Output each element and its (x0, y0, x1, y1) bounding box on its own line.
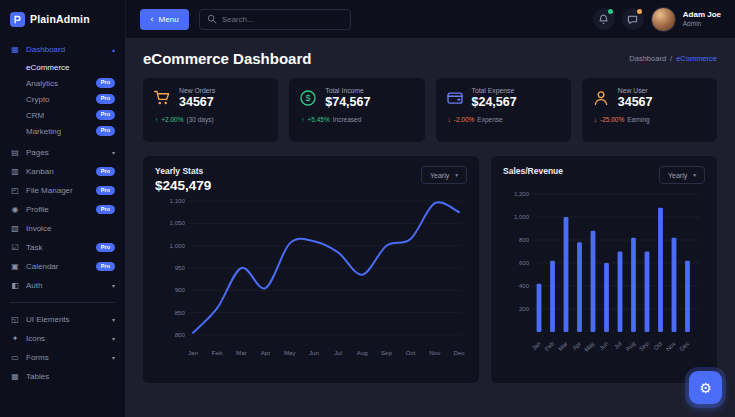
sales-revenue-title: Sales/Revenue (503, 166, 563, 176)
menu-button[interactable]: ‹ Menu (140, 9, 189, 30)
sidebar-item-profile[interactable]: ◉ProfilePro (0, 200, 125, 219)
settings-fab[interactable]: ⚙ (689, 371, 722, 404)
messages-button[interactable] (622, 8, 644, 30)
chevron-down-icon: ▾ (112, 282, 115, 289)
search-input[interactable] (222, 15, 343, 24)
svg-text:Mar: Mar (557, 340, 569, 352)
user-meta[interactable]: Adam Joe Admin (683, 10, 721, 28)
stat-title: Total Expense (472, 87, 517, 94)
search-box[interactable] (199, 9, 351, 30)
sidebar-item-ecommerce[interactable]: eCommerce (0, 59, 125, 75)
menu-button-label: Menu (159, 15, 179, 24)
chevron-down-icon: ▾ (455, 172, 458, 178)
breadcrumb: Dashboard / eCommerce (629, 54, 717, 63)
icons-icon: ✦ (10, 334, 20, 343)
stat-change: ↓-2.00%Expense (446, 116, 561, 123)
sales-revenue-filter[interactable]: Yearly ▾ (659, 166, 705, 184)
svg-text:Jan: Jan (188, 349, 199, 356)
stat-change-note: Earning (627, 116, 649, 123)
notification-dot (608, 9, 613, 14)
sidebar-item-icons[interactable]: ✦Icons▾ (0, 329, 125, 348)
stat-top: $Total Income$74,567 (299, 87, 414, 109)
svg-text:Aug: Aug (357, 349, 369, 356)
sidebar-item-invoice[interactable]: ▧Invoice (0, 219, 125, 238)
stat-value: $74,567 (325, 95, 370, 109)
charts-row: Yearly Stats $245,479 Yearly ▾ 800850900… (143, 156, 717, 383)
pro-badge: Pro (96, 78, 115, 88)
sales-revenue-head: Sales/Revenue Yearly ▾ (503, 166, 705, 184)
sidebar-item-label: Marketing (26, 127, 61, 136)
svg-text:Nov: Nov (429, 349, 441, 356)
stat-texts: New Orders34567 (179, 87, 215, 109)
sidebar-item-file-manager[interactable]: ◰File ManagerPro (0, 181, 125, 200)
arrow-down-icon: ↓ (448, 116, 451, 123)
svg-text:900: 900 (175, 286, 186, 293)
stat-change: ↑+5.45%Increased (299, 116, 414, 123)
page-head: eCommerce Dashboard Dashboard / eCommerc… (143, 50, 717, 67)
sidebar-item-dashboard[interactable]: ▦Dashboard▴ (0, 40, 125, 59)
sidebar-item-pages[interactable]: ▤Pages▾ (0, 143, 125, 162)
pro-badge: Pro (96, 167, 115, 177)
yearly-stats-total: $245,479 (155, 178, 211, 193)
dollar-icon: $ (299, 89, 317, 107)
avatar[interactable] (651, 7, 676, 32)
yearly-stats-titles: Yearly Stats $245,479 (155, 166, 211, 193)
chevron-down-icon: ▾ (112, 149, 115, 156)
sidebar-item-label: Profile (26, 205, 49, 214)
sidebar-item-marketing[interactable]: MarketingPro (0, 123, 125, 139)
stat-change-note: Expense (477, 116, 502, 123)
svg-text:Feb: Feb (212, 349, 223, 356)
svg-text:Jul: Jul (613, 340, 623, 350)
profile-icon: ◉ (10, 205, 20, 214)
breadcrumb-dashboard[interactable]: Dashboard (629, 54, 666, 63)
sidebar-item-kanban[interactable]: ▥KanbanPro (0, 162, 125, 181)
logo-icon (10, 12, 25, 27)
auth-icon: ◧ (10, 281, 20, 290)
user-icon (592, 89, 610, 107)
svg-text:May: May (583, 340, 595, 352)
chevron-left-icon: ‹ (150, 15, 154, 24)
sidebar-item-task[interactable]: ☑TaskPro (0, 238, 125, 257)
sidebar-item-auth[interactable]: ◧Auth▾ (0, 276, 125, 295)
svg-text:Sep: Sep (381, 349, 393, 356)
sidebar-divider (10, 302, 115, 303)
cart-icon (153, 89, 171, 107)
sidebar-item-crypto[interactable]: CryptoPro (0, 91, 125, 107)
sidebar-item-ui-elements[interactable]: ◱UI Elements▾ (0, 310, 125, 329)
sidebar-item-tables[interactable]: ▦Tables (0, 367, 125, 386)
sidebar-item-label: File Manager (26, 186, 73, 195)
invoice-icon: ▧ (10, 224, 20, 233)
svg-text:Apr: Apr (261, 349, 271, 356)
yearly-stats-filter[interactable]: Yearly ▾ (421, 166, 467, 184)
svg-text:Dec: Dec (678, 340, 690, 352)
stat-texts: Total Expense$24,567 (472, 87, 517, 109)
sidebar-item-analytics[interactable]: AnalyticsPro (0, 75, 125, 91)
svg-text:600: 600 (519, 260, 530, 266)
message-dot (637, 9, 642, 14)
svg-text:Jan: Jan (531, 340, 542, 351)
stat-value: 34567 (179, 95, 215, 109)
stat-change-percent: -25.00% (600, 116, 624, 123)
notifications-button[interactable] (593, 8, 615, 30)
svg-text:Feb: Feb (544, 340, 556, 352)
yearly-stats-chart: 8008509009501,0001,0501,100JanFebMarAprM… (155, 193, 467, 361)
svg-text:Jul: Jul (334, 349, 342, 356)
svg-text:Jun: Jun (598, 340, 609, 351)
stat-value: $24,567 (472, 95, 517, 109)
pro-badge: Pro (96, 243, 115, 253)
yearly-stats-head: Yearly Stats $245,479 Yearly ▾ (155, 166, 467, 193)
sidebar-item-crm[interactable]: CRMPro (0, 107, 125, 123)
sidebar-item-forms[interactable]: ▭Forms▾ (0, 348, 125, 367)
ui-elements-icon: ◱ (10, 315, 20, 324)
sidebar-item-label: Forms (26, 353, 49, 362)
breadcrumb-ecommerce[interactable]: eCommerce (676, 54, 717, 63)
sidebar-item-label: Invoice (26, 224, 51, 233)
sidebar-item-calendar[interactable]: ▣CalendarPro (0, 257, 125, 276)
svg-text:800: 800 (175, 331, 186, 338)
sidebar-item-label: Dashboard (26, 45, 65, 54)
pro-badge: Pro (96, 205, 115, 215)
logo[interactable]: PlainAdmin (0, 0, 125, 38)
stat-change-note: (30 days) (186, 116, 213, 123)
stat-title: Total Income (325, 87, 370, 94)
svg-text:Sep: Sep (638, 340, 650, 352)
